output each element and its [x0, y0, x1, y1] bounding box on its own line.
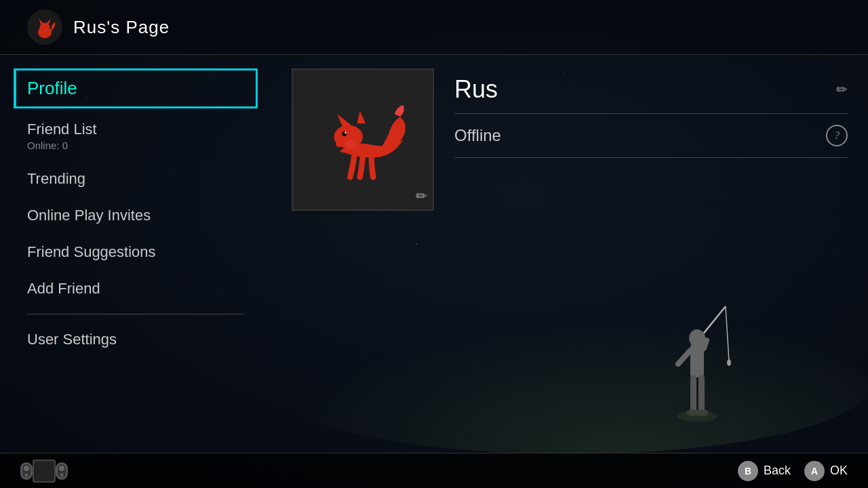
- ok-control[interactable]: A OK: [804, 461, 848, 481]
- user-name-row: Rus ✏: [454, 75, 848, 114]
- bottom-controls: B Back A OK: [738, 461, 848, 481]
- sidebar-item-trending[interactable]: Trending: [0, 161, 271, 197]
- header: Rus's Page: [0, 0, 868, 55]
- user-status: Offline: [454, 126, 501, 145]
- header-avatar: [27, 9, 62, 45]
- switch-controller: [20, 460, 68, 483]
- avatar-edit-icon[interactable]: ✏: [416, 188, 427, 204]
- username-edit-icon[interactable]: ✏: [836, 81, 848, 98]
- back-label: Back: [764, 464, 791, 478]
- user-status-row: Offline ?: [454, 114, 848, 158]
- svg-point-30: [59, 466, 64, 471]
- svg-point-32: [60, 473, 64, 477]
- help-icon[interactable]: ?: [826, 125, 848, 146]
- svg-point-20: [346, 140, 357, 149]
- b-button[interactable]: B: [738, 461, 758, 481]
- avatar-section: ✏: [292, 68, 434, 433]
- main-layout: Profile Friend List Online: 0 Trending O…: [0, 55, 868, 447]
- sidebar-item-user-settings[interactable]: User Settings: [0, 321, 271, 358]
- sidebar: Profile Friend List Online: 0 Trending O…: [0, 55, 271, 447]
- sidebar-item-friend-list[interactable]: Friend List Online: 0: [0, 111, 271, 161]
- sidebar-item-online-play-invites[interactable]: Online Play Invites: [0, 197, 271, 234]
- friend-list-sub: Online: 0: [27, 140, 244, 151]
- page-title: Rus's Page: [73, 17, 170, 38]
- avatar-box[interactable]: ✏: [292, 68, 434, 211]
- svg-marker-18: [337, 114, 351, 127]
- sidebar-item-profile[interactable]: Profile: [14, 68, 258, 108]
- svg-marker-19: [357, 111, 366, 124]
- bottom-bar: B Back A OK: [0, 453, 868, 488]
- profile-panel: ✏ Rus ✏ Offline ?: [271, 55, 868, 447]
- svg-point-31: [24, 473, 28, 477]
- user-info: Rus ✏ Offline ?: [454, 68, 848, 433]
- switch-icon: [20, 460, 68, 483]
- ok-label: OK: [830, 464, 848, 478]
- a-button[interactable]: A: [804, 461, 825, 481]
- back-control[interactable]: B Back: [738, 461, 791, 481]
- svg-point-22: [344, 132, 347, 134]
- svg-point-29: [24, 466, 29, 471]
- svg-rect-26: [34, 461, 54, 481]
- username: Rus: [454, 75, 498, 104]
- sidebar-item-add-friend[interactable]: Add Friend: [0, 270, 271, 307]
- sidebar-item-friend-suggestions[interactable]: Friend Suggestions: [0, 234, 271, 270]
- sidebar-divider: [27, 314, 244, 314]
